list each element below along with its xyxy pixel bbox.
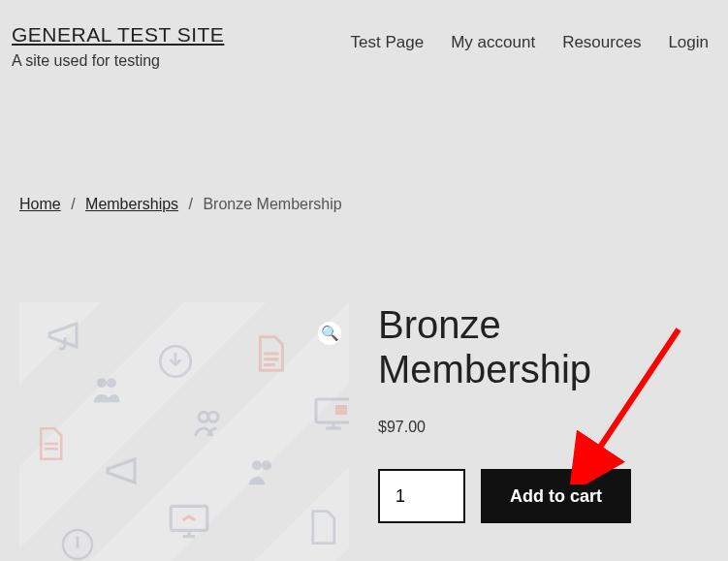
nav-item-login[interactable]: Login [668, 33, 709, 52]
svg-point-1 [97, 378, 107, 388]
breadcrumb-separator: / [71, 196, 75, 212]
users-icon [87, 370, 126, 409]
add-to-cart-button[interactable]: Add to cart [481, 469, 631, 523]
svg-point-8 [262, 460, 271, 470]
users-icon [242, 452, 281, 491]
site-branding: GENERAL TEST SITE A site used for testin… [12, 23, 224, 70]
main-nav: Test Page My account Resources Login [351, 23, 709, 52]
product-area: 🔍 Bronze Membership $97.00 Add to cart [0, 302, 728, 561]
site-header: GENERAL TEST SITE A site used for testin… [0, 0, 728, 79]
nav-item-test-page[interactable]: Test Page [351, 33, 425, 52]
breadcrumb-separator: / [189, 196, 193, 212]
breadcrumb-home[interactable]: Home [19, 196, 61, 212]
svg-point-2 [107, 378, 116, 388]
users-icon [189, 404, 228, 443]
megaphone-icon [102, 448, 148, 494]
megaphone-icon [44, 312, 90, 358]
breadcrumb: Home / Memberships / Bronze Membership [0, 196, 728, 213]
svg-rect-9 [171, 506, 207, 530]
site-title-link[interactable]: GENERAL TEST SITE [12, 23, 224, 47]
document-icon [29, 423, 70, 464]
svg-rect-6 [335, 405, 347, 415]
site-tagline: A site used for testing [12, 52, 224, 70]
svg-point-7 [252, 460, 262, 470]
quantity-input[interactable] [378, 469, 465, 523]
document-icon [247, 331, 292, 376]
nav-item-resources[interactable]: Resources [562, 33, 641, 52]
download-icon [58, 525, 97, 561]
product-image-decoration [19, 302, 349, 561]
breadcrumb-current: Bronze Membership [203, 196, 341, 212]
add-to-cart-form: Add to cart [378, 469, 709, 523]
product-details: Bronze Membership $97.00 Add to cart [378, 302, 709, 561]
breadcrumb-category[interactable]: Memberships [85, 196, 178, 212]
nav-item-my-account[interactable]: My account [451, 33, 535, 52]
document-icon [301, 506, 343, 548]
monitor-icon [165, 496, 213, 545]
product-image[interactable]: 🔍 [19, 302, 349, 561]
presentation-icon [310, 390, 349, 436]
download-icon [155, 341, 196, 382]
product-price: $97.00 [378, 419, 709, 436]
product-title: Bronze Membership [378, 302, 709, 391]
svg-point-4 [208, 412, 218, 421]
zoom-icon[interactable]: 🔍 [318, 322, 341, 345]
